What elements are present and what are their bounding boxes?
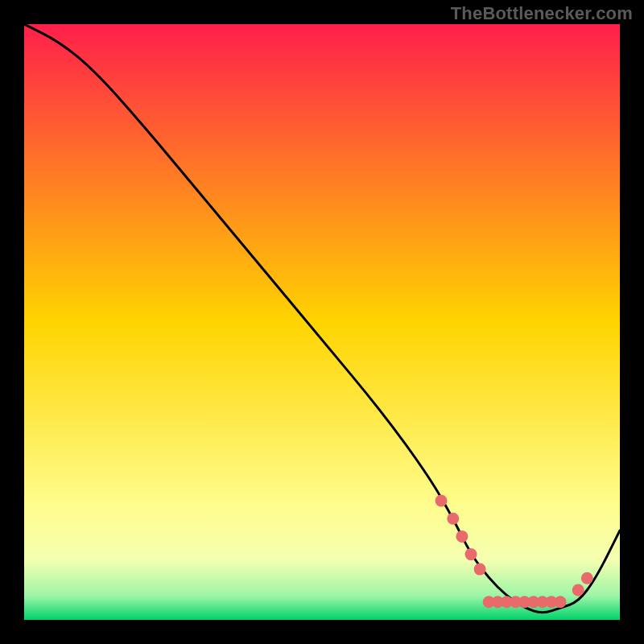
plot-area [24, 24, 620, 620]
marker-dot [465, 548, 477, 560]
chart-frame: TheBottlenecker.com [0, 0, 644, 644]
attribution-label: TheBottlenecker.com [451, 3, 633, 24]
marker-dot [436, 495, 448, 507]
chart-svg [24, 24, 620, 620]
gradient-rect [24, 24, 620, 620]
marker-dot [555, 596, 567, 608]
marker-dot [572, 584, 584, 597]
marker-dot [581, 572, 593, 584]
marker-dot [474, 564, 486, 576]
marker-dot [447, 513, 459, 525]
marker-dot [456, 530, 468, 543]
